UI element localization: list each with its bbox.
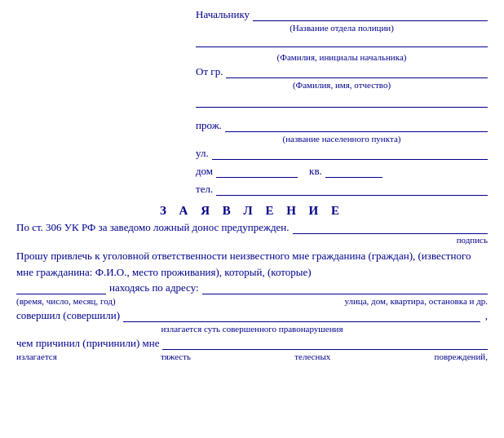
committed-underline bbox=[123, 311, 480, 322]
street-row: ул. bbox=[196, 147, 488, 160]
section-title: З А Я В Л Е Н И Е bbox=[16, 204, 488, 218]
address-underline bbox=[202, 283, 488, 294]
injury-hints-row: излагается тяжесть телесных повреждений, bbox=[16, 352, 488, 361]
from-underline bbox=[226, 67, 488, 78]
warning-text: По ст. 306 УК РФ за заведомо ложный доно… bbox=[16, 221, 290, 234]
address-row: находясь по адресу: bbox=[16, 281, 488, 294]
street-label: ул. bbox=[196, 147, 209, 160]
chief-hint: (Фамилия, инициалы начальника) bbox=[196, 52, 488, 62]
caused-row: чем причинил (причинили) мне bbox=[16, 337, 488, 350]
live-underline bbox=[225, 121, 488, 132]
body-para1: Прошу привлечь к уголовной ответственнос… bbox=[16, 248, 488, 280]
injury-hint-0: излагается bbox=[16, 352, 57, 361]
house-underline bbox=[216, 177, 298, 178]
warning-block: По ст. 306 УК РФ за заведомо ложный доно… bbox=[16, 221, 488, 245]
address-label: находясь по адресу: bbox=[109, 281, 199, 294]
captions-row: (время, число, месяц, год) улица, дом, к… bbox=[16, 296, 488, 306]
street-underline bbox=[212, 148, 488, 160]
committed-row: совершил (совершили) , bbox=[16, 309, 488, 322]
from-row: От гр. bbox=[196, 65, 488, 78]
apt-label: кв. bbox=[309, 165, 322, 178]
caused-underline bbox=[162, 338, 488, 350]
to-row: Начальнику bbox=[196, 8, 488, 21]
page: Начальнику (Название отдела полиции) (Фа… bbox=[16, 8, 488, 361]
committed-label: совершил (совершили) bbox=[16, 309, 120, 322]
chief-hint-row: (Фамилия, инициалы начальника) bbox=[196, 52, 488, 62]
dept-hint-row: (Название отдела полиции) bbox=[196, 23, 488, 33]
to-underline bbox=[253, 10, 488, 21]
house-row: дом кв. bbox=[196, 165, 488, 178]
header-block: Начальнику (Название отдела полиции) (Фа… bbox=[196, 8, 488, 196]
name-hint: (Фамилия, имя, отчество) bbox=[196, 80, 488, 90]
city-hint: (название населенного пункта) bbox=[196, 134, 488, 144]
body-text1: Прошу привлечь к уголовной ответственнос… bbox=[16, 250, 471, 278]
time-hint: (время, число, месяц, год) bbox=[16, 296, 116, 306]
warning-underline bbox=[293, 223, 488, 234]
from-label: От гр. bbox=[196, 65, 223, 78]
offense-hint: излагается суть совершенного правонаруше… bbox=[16, 324, 488, 334]
phone-underline bbox=[216, 184, 488, 196]
to-label: Начальнику bbox=[196, 8, 250, 21]
phone-row: тел. bbox=[196, 183, 488, 196]
time-underline bbox=[16, 294, 106, 294]
injury-hint-3: повреждений, bbox=[435, 352, 488, 361]
chief-line bbox=[196, 36, 488, 47]
injury-hint-1: тяжесть bbox=[161, 352, 191, 361]
place-hint: улица, дом, квартира, остановка и др. bbox=[344, 296, 488, 306]
city-hint-row: (название населенного пункта) bbox=[196, 134, 488, 144]
apt-underline bbox=[325, 177, 382, 178]
dept-hint: (Название отдела полиции) bbox=[196, 23, 488, 33]
live-label: прож. bbox=[196, 119, 222, 132]
extra-line bbox=[196, 96, 488, 108]
phone-label: тел. bbox=[196, 183, 213, 196]
sign-label: подпись bbox=[16, 235, 488, 245]
name-hint-row: (Фамилия, имя, отчество) bbox=[196, 80, 488, 90]
live-row: прож. bbox=[196, 119, 488, 132]
caused-label: чем причинил (причинили) мне bbox=[16, 337, 159, 350]
injury-hint-2: телесных bbox=[294, 352, 330, 361]
warning-line: По ст. 306 УК РФ за заведомо ложный доно… bbox=[16, 221, 488, 234]
house-label: дом bbox=[196, 165, 213, 178]
